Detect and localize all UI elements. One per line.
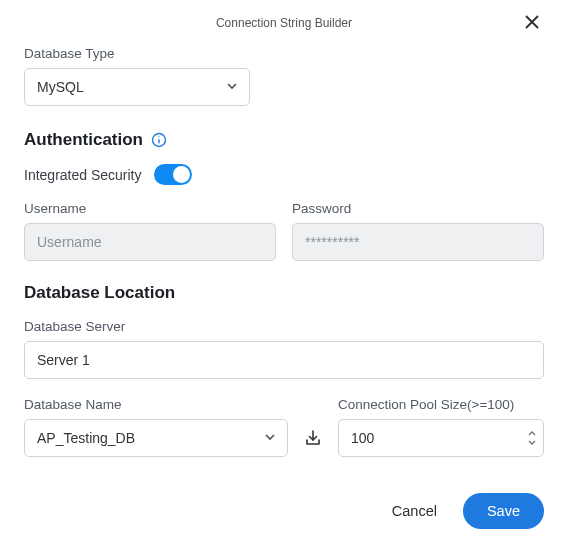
username-group: Username	[24, 201, 276, 261]
pool-size-group: Connection Pool Size(>=100)	[338, 397, 544, 457]
username-input	[24, 223, 276, 261]
pool-size-stepper[interactable]	[528, 430, 536, 447]
pool-size-label: Connection Pool Size(>=100)	[338, 397, 544, 412]
database-name-label: Database Name	[24, 397, 288, 412]
save-button[interactable]: Save	[463, 493, 544, 529]
stepper-down-icon[interactable]	[528, 439, 536, 447]
credentials-row: Username Password	[24, 201, 544, 261]
password-group: Password	[292, 201, 544, 261]
import-button[interactable]	[300, 419, 326, 457]
import-icon	[304, 429, 322, 447]
database-type-select[interactable]: MySQL	[24, 68, 250, 106]
database-location-title: Database Location	[24, 283, 544, 303]
password-input	[292, 223, 544, 261]
dialog-footer: Cancel Save	[392, 493, 544, 529]
authentication-section: Authentication Integrated Security Usern…	[24, 130, 544, 261]
password-label: Password	[292, 201, 544, 216]
database-server-group: Database Server	[24, 319, 544, 379]
svg-point-4	[158, 136, 159, 137]
dialog-title: Connection String Builder	[216, 16, 352, 30]
integrated-security-label: Integrated Security	[24, 167, 142, 183]
database-location-section: Database Location Database Server Databa…	[24, 283, 544, 457]
database-name-group: Database Name AP_Testing_DB	[24, 397, 288, 457]
close-icon	[524, 14, 540, 30]
database-server-input[interactable]	[24, 341, 544, 379]
username-label: Username	[24, 201, 276, 216]
database-server-label: Database Server	[24, 319, 544, 334]
cancel-button[interactable]: Cancel	[392, 503, 437, 519]
connection-string-builder-dialog: Connection String Builder Database Type …	[0, 0, 568, 551]
authentication-title: Authentication	[24, 130, 143, 150]
dialog-header: Connection String Builder	[24, 12, 544, 46]
authentication-title-row: Authentication	[24, 130, 544, 150]
database-type-group: Database Type MySQL	[24, 46, 544, 106]
database-name-select[interactable]: AP_Testing_DB	[24, 419, 288, 457]
toggle-knob	[173, 166, 190, 183]
database-type-value: MySQL	[37, 79, 84, 95]
pool-size-input[interactable]	[338, 419, 544, 457]
stepper-up-icon[interactable]	[528, 430, 536, 438]
database-row: Database Name AP_Testing_DB	[24, 397, 544, 457]
close-button[interactable]	[520, 10, 544, 34]
integrated-security-toggle[interactable]	[154, 164, 192, 185]
database-type-label: Database Type	[24, 46, 544, 61]
integrated-security-row: Integrated Security	[24, 164, 544, 185]
database-name-value: AP_Testing_DB	[37, 430, 135, 446]
info-icon[interactable]	[151, 132, 167, 148]
